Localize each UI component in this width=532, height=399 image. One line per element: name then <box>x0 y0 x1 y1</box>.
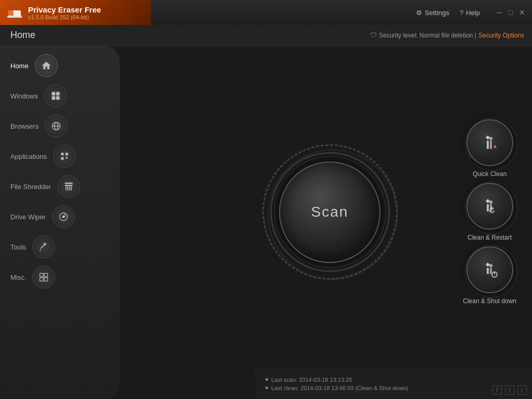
last-scan-text: Last scan: 2014-03-18 13:13:26 <box>271 377 352 383</box>
tools-icon <box>39 242 49 252</box>
sidebar-item-home[interactable]: Home <box>0 51 128 80</box>
svg-rect-17 <box>44 278 48 281</box>
help-label: Help <box>466 9 480 17</box>
applications-icon-wrap <box>53 145 76 168</box>
clean-shutdown-icon <box>480 260 499 279</box>
last-clean-text: Last clean: 2014-03-18 13:46:59 (Clean &… <box>271 385 408 391</box>
svg-rect-23 <box>487 268 489 274</box>
globe-icon <box>51 121 61 131</box>
sidebar-item-windows[interactable]: Windows <box>0 81 128 110</box>
rss-icon[interactable]: r <box>517 385 527 395</box>
content-area: Scan Qu <box>128 46 532 399</box>
quick-clean-action[interactable]: Quick Clean <box>466 119 513 178</box>
sub-header-right: 🛡 Security level: Normal file deletion |… <box>151 31 532 39</box>
sidebar-label-tools: Tools <box>10 243 26 251</box>
facebook-icon[interactable]: f <box>492 385 502 395</box>
sidebar: Home Windows Browsers <box>0 46 128 399</box>
app-name: Privacy Eraser Free <box>28 5 101 14</box>
twitter-icon[interactable]: t <box>505 385 514 395</box>
app-version: v1.5.0 Build 352 (64-bit) <box>28 14 101 20</box>
sidebar-item-file-shredder[interactable]: File Shredder <box>0 172 128 201</box>
rss-label: r <box>521 386 523 394</box>
svg-rect-9 <box>68 186 69 191</box>
scan-area: Scan Qu <box>128 46 532 378</box>
home-icon <box>41 60 52 71</box>
security-options-link[interactable]: Security Options <box>478 32 524 39</box>
drive-wiper-icon-wrap <box>52 205 75 228</box>
quick-clean-button[interactable] <box>466 119 513 166</box>
svg-rect-14 <box>40 273 44 277</box>
sidebar-label-file-shredder: File Shredder <box>10 183 51 191</box>
facebook-label: f <box>496 386 498 394</box>
brand-text: Privacy Eraser Free v1.5.0 Build 352 (64… <box>28 5 101 20</box>
svg-rect-2 <box>7 16 22 18</box>
window-controls: ─ □ ✕ <box>496 9 526 16</box>
sub-header-left: Home <box>0 30 151 41</box>
minimize-button[interactable]: ─ <box>496 9 503 16</box>
svg-point-13 <box>62 216 65 218</box>
sidebar-label-windows: Windows <box>10 92 38 100</box>
scan-dot <box>265 378 268 381</box>
sidebar-label-home: Home <box>10 62 29 70</box>
clean-restart-action[interactable]: Clean & Restart <box>466 183 513 241</box>
status-bar: Last scan: 2014-03-18 13:13:26 Last clea… <box>255 368 532 399</box>
page-title: Home <box>0 30 35 40</box>
clean-shutdown-button[interactable] <box>466 246 513 293</box>
help-icon: ? <box>460 9 463 17</box>
drive-icon <box>58 211 69 222</box>
sidebar-item-tools[interactable]: Tools <box>0 232 128 261</box>
sidebar-label-browsers: Browsers <box>10 122 39 130</box>
svg-marker-22 <box>492 207 494 210</box>
maximize-button[interactable]: □ <box>507 9 514 16</box>
sidebar-item-drive-wiper[interactable]: Drive Wiper <box>0 202 128 231</box>
svg-point-25 <box>492 272 497 277</box>
svg-rect-16 <box>40 278 44 281</box>
clean-restart-icon <box>480 197 499 216</box>
sub-header: Home 🛡 Security level: Normal file delet… <box>0 25 532 46</box>
close-button[interactable]: ✕ <box>518 9 526 16</box>
svg-rect-15 <box>44 273 48 277</box>
misc-icon <box>39 272 49 282</box>
svg-rect-24 <box>490 268 492 274</box>
clean-shutdown-action[interactable]: Clean & Shut down <box>463 246 516 305</box>
social-icons: f t r <box>492 385 527 395</box>
quick-clean-label: Quick Clean <box>473 170 506 178</box>
svg-rect-8 <box>66 186 67 191</box>
sidebar-item-applications[interactable]: Applications <box>0 142 128 171</box>
sidebar-item-misc[interactable]: Misc. <box>0 263 128 292</box>
svg-rect-19 <box>490 141 492 149</box>
clean-dot <box>265 386 268 389</box>
misc-icon-wrap <box>32 266 55 289</box>
eraser-icon <box>6 4 23 21</box>
sidebar-item-browsers[interactable]: Browsers <box>0 111 128 141</box>
clean-shutdown-label: Clean & Shut down <box>463 297 516 305</box>
main-area: Home Windows Browsers <box>0 46 532 399</box>
scan-ring-outer: Scan <box>270 152 390 272</box>
svg-rect-7 <box>65 185 73 186</box>
svg-rect-11 <box>71 186 72 191</box>
windows-icon-wrap <box>44 84 67 107</box>
browsers-icon-wrap <box>45 115 68 138</box>
settings-icon: ⚙ <box>416 9 422 17</box>
settings-label: Settings <box>425 9 449 17</box>
title-bar: Privacy Eraser Free v1.5.0 Build 352 (64… <box>0 0 532 25</box>
security-level-text: Security level: Normal file deletion | <box>379 32 476 39</box>
shield-icon: 🛡 <box>370 31 377 39</box>
scan-button-wrap: Scan <box>270 152 390 272</box>
clean-restart-button[interactable] <box>466 183 513 230</box>
svg-rect-10 <box>69 186 70 191</box>
home-icon-wrap <box>35 54 58 77</box>
file-shredder-icon-wrap <box>57 175 80 198</box>
svg-rect-18 <box>487 141 489 149</box>
settings-button[interactable]: ⚙ Settings <box>416 9 449 17</box>
clean-restart-label: Clean & Restart <box>467 234 512 241</box>
brand-area: Privacy Eraser Free v1.5.0 Build 352 (64… <box>0 0 151 25</box>
help-button[interactable]: ? Help <box>460 9 480 17</box>
title-bar-right: ⚙ Settings ? Help ─ □ ✕ <box>151 9 532 17</box>
sidebar-label-applications: Applications <box>10 153 47 160</box>
sidebar-label-drive-wiper: Drive Wiper <box>10 213 46 221</box>
quick-clean-icon <box>480 133 499 152</box>
sidebar-label-misc: Misc. <box>10 273 26 281</box>
svg-rect-20 <box>487 204 489 211</box>
applications-icon <box>59 151 70 161</box>
